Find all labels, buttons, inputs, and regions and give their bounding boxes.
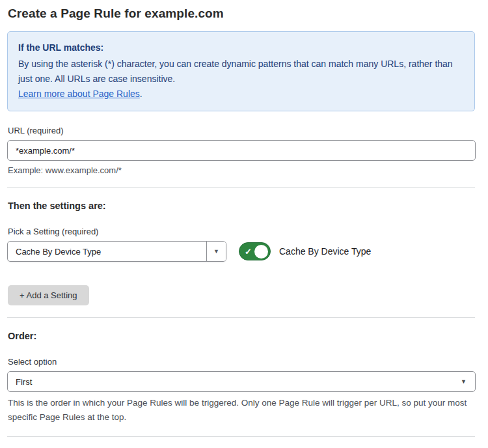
order-select[interactable]: First ▼: [7, 371, 476, 392]
toggle-knob: [254, 245, 268, 259]
link-period: .: [140, 89, 142, 99]
check-icon: ✓: [245, 247, 252, 256]
order-section-heading: Order:: [8, 331, 475, 341]
learn-more-link[interactable]: Learn more about Page Rules: [18, 89, 140, 99]
order-select-value: First: [16, 377, 461, 387]
divider: [7, 436, 475, 437]
chevron-down-icon: ▼: [213, 248, 219, 255]
info-box-body: By using the asterisk (*) character, you…: [18, 57, 464, 87]
setting-select-arrow-button[interactable]: ▼: [206, 242, 226, 261]
setting-row: Cache By Device Type ▼ ✓ Cache By Device…: [7, 241, 475, 262]
create-page-rule-form: Create a Page Rule for example.com If th…: [0, 0, 488, 448]
info-box-link-line: Learn more about Page Rules.: [18, 87, 464, 102]
setting-select-value: Cache By Device Type: [8, 242, 206, 261]
divider: [7, 317, 475, 318]
setting-select[interactable]: Cache By Device Type ▼: [7, 241, 226, 262]
toggle-label: Cache By Device Type: [279, 246, 371, 257]
settings-section-heading: Then the settings are:: [8, 201, 475, 211]
page-title: Create a Page Rule for example.com: [8, 7, 475, 21]
url-input[interactable]: [7, 140, 476, 161]
info-box-heading: If the URL matches:: [18, 40, 464, 55]
url-field-label: URL (required): [8, 126, 475, 135]
order-select-label: Select option: [8, 357, 475, 367]
chevron-down-icon: ▼: [461, 378, 467, 385]
url-example-text: Example: www.example.com/*: [8, 165, 475, 175]
order-help-text: This is the order in which your Page Rul…: [8, 396, 475, 425]
cache-by-device-type-toggle[interactable]: ✓: [239, 242, 271, 260]
url-match-info-box: If the URL matches: By using the asteris…: [7, 31, 475, 111]
setting-picker-label: Pick a Setting (required): [8, 227, 475, 236]
add-setting-button[interactable]: + Add a Setting: [8, 285, 89, 305]
divider: [7, 187, 475, 188]
